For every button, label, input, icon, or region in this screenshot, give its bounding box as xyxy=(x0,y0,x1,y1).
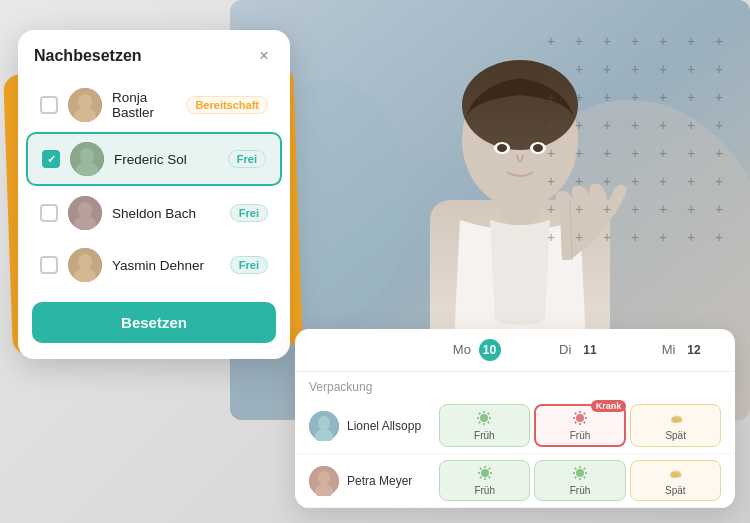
cloud-icon xyxy=(667,465,683,484)
plus-icon: + xyxy=(568,58,590,80)
checkbox-frederic[interactable] xyxy=(42,150,60,168)
plus-decoration: // Will be rendered below ++++++++++++++… xyxy=(540,30,730,248)
day-number: 12 xyxy=(683,339,705,361)
person-name-sheldon: Sheldon Bach xyxy=(112,206,220,221)
plus-icon: + xyxy=(708,30,730,52)
sched-name-1: Petra Meyer xyxy=(347,474,412,488)
plus-icon: + xyxy=(680,86,702,108)
svg-point-22 xyxy=(78,254,92,270)
shift-label-1-1: Früh xyxy=(570,485,591,496)
day-label: Di xyxy=(559,342,571,357)
plus-icon: + xyxy=(596,226,618,248)
svg-point-25 xyxy=(318,416,330,430)
besetzen-button[interactable]: Besetzen xyxy=(32,302,276,343)
sched-avatar-0 xyxy=(309,411,339,441)
plus-icon: + xyxy=(624,58,646,80)
svg-point-19 xyxy=(78,202,92,218)
svg-line-41 xyxy=(575,413,576,414)
plus-icon: + xyxy=(708,198,730,220)
plus-icon: + xyxy=(680,58,702,80)
avatar-sheldon xyxy=(68,196,102,230)
person-name-frederic: Frederic Sol xyxy=(114,152,218,167)
plus-icon: + xyxy=(568,86,590,108)
svg-point-16 xyxy=(80,148,94,164)
svg-line-66 xyxy=(584,477,585,478)
shift-label-1-0: Früh xyxy=(474,485,495,496)
status-badge-sheldon: Frei xyxy=(230,204,268,222)
person-item-sheldon[interactable]: Sheldon BachFrei xyxy=(26,188,282,238)
sun-icon xyxy=(477,465,493,484)
svg-point-49 xyxy=(318,471,330,485)
svg-point-13 xyxy=(78,94,92,110)
checkbox-yasmin[interactable] xyxy=(40,256,58,274)
checkbox-ronja[interactable] xyxy=(40,96,58,114)
shift-cell-0-1[interactable]: FrühKrank xyxy=(534,404,627,447)
shift-cell-1-1[interactable]: Früh xyxy=(534,460,625,501)
svg-line-34 xyxy=(488,413,489,414)
close-button[interactable]: × xyxy=(254,46,274,66)
plus-icon: + xyxy=(568,170,590,192)
day-label: Mi xyxy=(662,342,676,357)
checkbox-sheldon[interactable] xyxy=(40,204,58,222)
day-header-mi: Mi 12 xyxy=(632,329,735,371)
plus-icon: + xyxy=(540,86,562,108)
sched-avatar-1 xyxy=(309,466,339,496)
svg-line-32 xyxy=(479,413,480,414)
shift-cell-1-0[interactable]: Früh xyxy=(439,460,530,501)
schedule-card: Mo 10Di 11Mi 12 Verpackung Lionel Allsop… xyxy=(295,329,735,508)
avatar-yasmin xyxy=(68,248,102,282)
sched-name-0: Lionel Allsopp xyxy=(347,419,421,433)
plus-icon: + xyxy=(708,86,730,108)
modal-card: Nachbesetzen × Ronja BastlerBereitschaft… xyxy=(18,30,290,359)
person-item-frederic[interactable]: Frederic SolFrei xyxy=(26,132,282,186)
schedule-row-0: Lionel Allsopp Früh FrühKr xyxy=(295,398,735,454)
shift-label-1-2: Spät xyxy=(665,485,686,496)
plus-icon: + xyxy=(680,114,702,136)
plus-icon: + xyxy=(652,30,674,52)
plus-icon: + xyxy=(540,198,562,220)
plus-icon: + xyxy=(680,30,702,52)
plus-icon: + xyxy=(540,30,562,52)
header-spacer xyxy=(295,329,425,371)
cloud-icon xyxy=(668,410,684,429)
plus-icon: + xyxy=(652,86,674,108)
svg-point-27 xyxy=(480,414,488,422)
shift-cell-0-0[interactable]: Früh xyxy=(439,404,530,447)
svg-point-71 xyxy=(675,473,682,478)
day-label: Mo xyxy=(453,342,471,357)
person-item-yasmin[interactable]: Yasmin DehnerFrei xyxy=(26,240,282,290)
plus-icon: + xyxy=(680,142,702,164)
svg-line-58 xyxy=(488,468,489,469)
plus-icon: + xyxy=(568,226,590,248)
shift-cell-0-2[interactable]: Spät xyxy=(630,404,721,447)
svg-line-65 xyxy=(575,468,576,469)
plus-icon: + xyxy=(596,58,618,80)
schedule-person-0: Lionel Allsopp xyxy=(309,411,439,441)
modal-header: Nachbesetzen × xyxy=(18,30,290,78)
person-name-ronja: Ronja Bastler xyxy=(112,90,176,120)
shift-cell-1-2[interactable]: Spät xyxy=(630,460,721,501)
plus-icon: + xyxy=(708,114,730,136)
svg-line-44 xyxy=(575,422,576,423)
avatar-frederic xyxy=(70,142,104,176)
schedule-header: Mo 10Di 11Mi 12 xyxy=(295,329,735,372)
svg-line-56 xyxy=(480,468,481,469)
shift-cells-1: Früh Früh Spät xyxy=(439,460,721,501)
person-item-ronja[interactable]: Ronja BastlerBereitschaft xyxy=(26,80,282,130)
svg-line-59 xyxy=(480,477,481,478)
person-list: Ronja BastlerBereitschaft Frederic SolFr… xyxy=(18,80,290,290)
plus-icon: + xyxy=(568,30,590,52)
day-header-di: Di 11 xyxy=(528,329,631,371)
plus-icon: + xyxy=(708,170,730,192)
section-label: Verpackung xyxy=(295,372,735,398)
svg-point-47 xyxy=(675,418,682,423)
plus-icon: + xyxy=(652,58,674,80)
person-name-yasmin: Yasmin Dehner xyxy=(112,258,220,273)
svg-point-9 xyxy=(497,144,507,152)
day-header-mo: Mo 10 xyxy=(425,329,528,371)
plus-icon: + xyxy=(708,226,730,248)
svg-point-51 xyxy=(481,469,489,477)
svg-line-33 xyxy=(488,422,489,423)
plus-icon: + xyxy=(652,114,674,136)
plus-icon: + xyxy=(540,142,562,164)
